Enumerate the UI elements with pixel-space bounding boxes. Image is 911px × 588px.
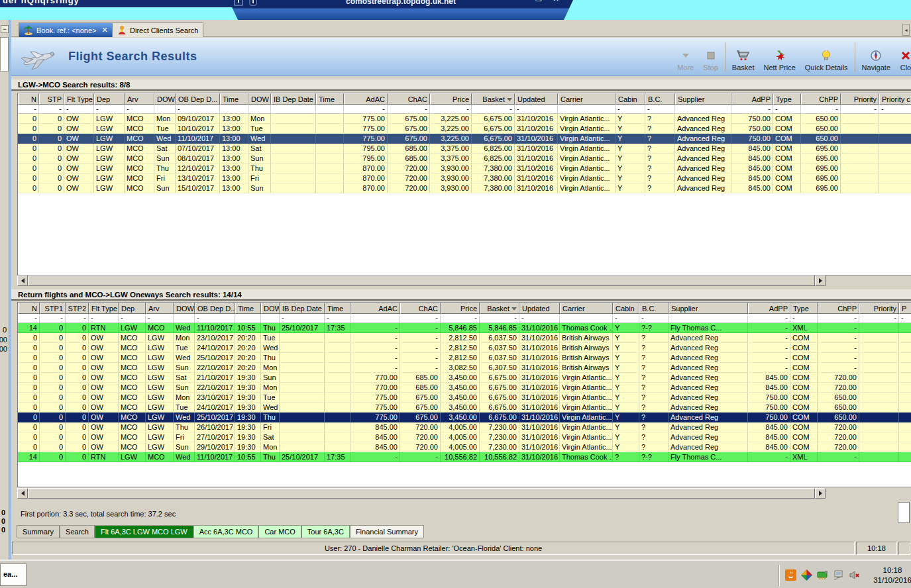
filter-cell[interactable]: - [841,105,879,113]
table-row[interactable]: 000OWMCOLGWFri27/10/201719:30Sat845.0072… [18,432,911,442]
table-row[interactable]: 00OWLGWMCOSat07/10/201713:00Sat795.00685… [18,144,911,154]
filter-cell[interactable]: - [748,314,790,322]
close-button[interactable]: Clo [895,40,911,74]
table-row[interactable]: 000OWMCOLGWWed25/10/201719:30Thu775.0067… [18,413,911,422]
column-header[interactable]: OB Dep D... [176,93,220,105]
filter-cell[interactable]: - [119,314,146,322]
table-row[interactable]: 00OWLGWMCOTue10/10/201713:00Tue775.00675… [18,124,911,134]
table-row[interactable]: 00OWLGWMCOSun15/10/201713:00Sun870.00720… [18,183,911,193]
table-row[interactable]: 000OWMCOLGWTue24/10/201719:30Wed775.0067… [18,403,911,413]
table-row[interactable]: 000OWMCOLGWSat21/10/201719:30Sun770.0068… [18,373,911,383]
table-row[interactable]: 000OWMCOLGWTue24/10/201720:20Wed--2,812.… [18,343,911,353]
filter-cell[interactable]: - [515,105,558,113]
filter-cell[interactable] [558,105,616,113]
scroll-right-icon[interactable] [815,488,826,499]
column-header[interactable]: Basket [480,303,519,314]
table-row[interactable]: 00OWLGWMCOSun08/10/201713:00Sun795.00685… [18,154,911,164]
filter-cell[interactable]: - [280,314,325,322]
column-header[interactable]: Type [790,303,818,314]
filter-cell[interactable]: - [325,314,350,322]
taskbar-task-button[interactable]: ea... [0,564,27,586]
tab-summary[interactable]: Summary [17,526,60,538]
table-row[interactable]: 000OWMCOLGWThu26/10/201719:30Fri845.0072… [18,422,911,432]
column-header[interactable]: DOW [248,93,271,105]
scrollbar-thumb[interactable] [28,488,815,499]
column-header[interactable]: DOW [154,93,176,105]
column-header[interactable]: Basket [472,93,515,105]
column-header[interactable]: ChAC [388,93,430,105]
column-header[interactable]: Carrier [558,93,616,105]
filter-cell[interactable]: - [899,314,911,322]
column-header[interactable]: Priority [859,303,899,314]
column-header[interactable]: Flt Type [89,303,119,314]
filter-cell[interactable] [235,314,261,322]
column-header[interactable]: Type [773,93,801,105]
column-header[interactable]: N [18,93,39,105]
nett-price-button[interactable]: Nett Price [759,40,800,74]
table-row[interactable]: 000OWMCOLGWMon23/10/201720:20Tue--2,812.… [18,333,911,343]
filter-cell[interactable]: - [94,105,125,113]
filter-cell[interactable]: - [519,314,560,322]
filter-cell[interactable]: - [18,105,39,113]
filter-cell[interactable]: - [472,105,515,113]
java-icon[interactable] [785,569,796,581]
filter-cell[interactable]: - [89,314,119,322]
table-row[interactable]: 000OWMCOLGWMon23/10/201719:30Tue775.0067… [18,393,911,403]
rdp-close-button[interactable]: ✕ [551,0,561,3]
column-header[interactable]: B.C. [645,93,675,105]
column-header[interactable]: STP2 [66,303,89,314]
column-header[interactable]: STP1 [40,303,66,314]
filter-cell[interactable]: - [344,105,388,113]
scroll-left-icon[interactable] [17,488,28,499]
scroll-right-icon[interactable] [815,275,826,286]
column-header[interactable]: AdPP [748,303,790,314]
filter-cell[interactable]: - [639,314,669,322]
column-header[interactable]: DOW [261,303,280,314]
horizontal-scrollbar[interactable] [17,488,826,499]
filter-row[interactable]: -------------------- [18,314,911,323]
filter-cell[interactable]: - [64,105,94,113]
scroll-left-icon[interactable] [17,275,28,286]
filter-cell[interactable]: - [66,314,89,322]
column-header[interactable]: ChAC [400,303,441,314]
table-row[interactable]: 1400RTNLGWMCOWed11/10/201710:55Thu25/10/… [18,452,911,462]
scrollbar-thumb[interactable] [28,275,815,286]
column-header[interactable]: Price [430,93,472,105]
network-computer-icon[interactable] [833,569,844,581]
filter-cell[interactable]: - [39,105,64,113]
collapse-button[interactable]: − [1,25,9,33]
column-header[interactable]: Supplier [675,93,731,105]
antivirus-icon[interactable] [801,569,812,581]
filter-cell[interactable]: - [613,314,639,322]
filter-cell[interactable] [675,105,731,113]
filter-cell[interactable]: - [146,314,174,322]
filter-cell[interactable]: - [879,105,911,113]
tab-flight-results[interactable]: Flt 6A,3C LGW MCO LGW [95,526,193,538]
column-header[interactable]: Time [316,93,344,105]
filter-cell[interactable]: - [859,314,899,322]
tab-accommodation[interactable]: Acc 6A,3C MCO [193,526,259,538]
tab-direct-clients-search[interactable]: Direct Clients Search [112,23,203,37]
column-header[interactable]: Carrier [560,303,613,314]
rdp-restore-button[interactable]: ❐ [533,0,544,3]
filter-cell[interactable]: - [40,314,66,322]
stop-button[interactable]: Stop [698,40,723,74]
filter-cell[interactable]: - [818,314,859,322]
quick-details-button[interactable]: Quick Details [800,40,853,74]
column-header[interactable]: P [899,303,911,314]
table-row[interactable]: 1400RTNLGWMCOWed11/10/201710:55Thu25/10/… [18,323,911,333]
rdp-minimize-button[interactable]: ─ [516,0,527,3]
volume-muted-icon[interactable] [849,569,860,581]
tabstrip-scroll-button[interactable]: ◂ [902,24,910,36]
filter-cell[interactable]: - [388,105,430,113]
column-header[interactable]: Arv [125,93,154,105]
tab-search[interactable]: Search [60,526,95,538]
column-header[interactable]: Time [235,303,261,314]
more-button[interactable]: More [672,40,698,74]
tab-book-ref[interactable]: Book. ref.: <none> ✕ [19,23,113,37]
table-row[interactable]: 00OWLGWMCOFri13/10/201713:00Fri870.00720… [18,173,911,183]
tab-financial-summary[interactable]: Financial Summary [350,526,424,538]
filter-cell[interactable] [174,314,195,322]
column-header[interactable]: IB Dep Date [280,303,325,314]
filter-cell[interactable]: - [125,105,154,113]
